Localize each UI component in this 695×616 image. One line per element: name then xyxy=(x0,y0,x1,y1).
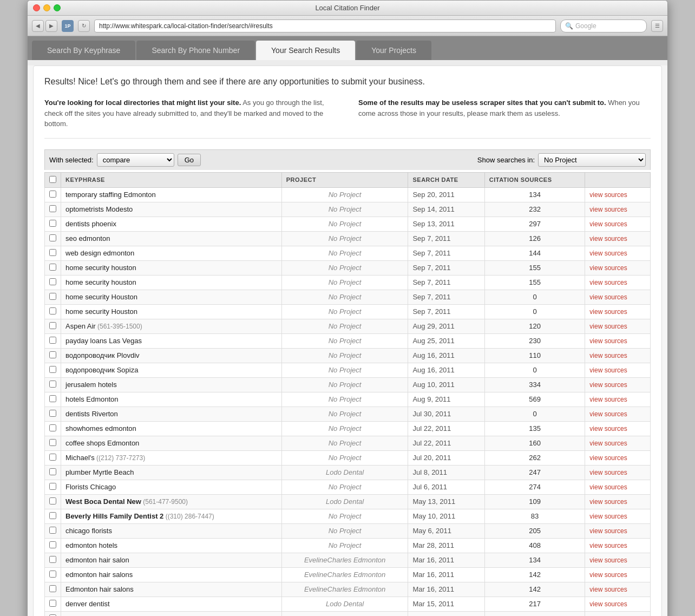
view-sources-link[interactable]: view sources xyxy=(589,264,627,272)
row-checkbox-cell xyxy=(45,582,61,597)
view-sources-link[interactable]: view sources xyxy=(589,293,627,301)
row-checkbox-cell xyxy=(45,480,61,494)
view-sources-link[interactable]: view sources xyxy=(589,513,627,520)
row-checkbox[interactable] xyxy=(49,205,56,212)
compare-select[interactable]: compare assign to project mark as useles… xyxy=(97,153,174,167)
row-checkbox[interactable] xyxy=(49,571,56,578)
view-sources-link[interactable]: view sources xyxy=(589,220,627,228)
project-filter-select[interactable]: No Project Lodo Dental EvelineCharles Ed… xyxy=(538,153,646,167)
table-row: edmonton hotelsNo ProjectMar 28, 2011408… xyxy=(45,538,651,553)
view-sources-link[interactable]: view sources xyxy=(589,527,627,535)
citation-count-cell: 110 xyxy=(484,348,585,363)
row-checkbox[interactable] xyxy=(49,322,56,329)
row-checkbox[interactable] xyxy=(49,337,56,344)
row-checkbox[interactable] xyxy=(49,307,56,314)
1password-button[interactable]: 1P xyxy=(62,20,74,32)
view-sources-link[interactable]: view sources xyxy=(589,498,627,506)
view-sources-link[interactable]: view sources xyxy=(589,323,627,330)
view-sources-link[interactable]: view sources xyxy=(589,425,627,432)
row-checkbox[interactable] xyxy=(49,278,56,285)
refresh-button[interactable]: ↻ xyxy=(78,20,90,32)
browser-search-bar[interactable]: 🔍 Google xyxy=(560,19,647,32)
address-bar[interactable]: http://www.whitespark.ca/local-citation-… xyxy=(94,19,556,32)
project-cell: EvelineCharles Edmonton xyxy=(281,567,408,582)
keyphrase-cell: payday loans Las Vegas xyxy=(61,333,282,348)
view-sources-link[interactable]: view sources xyxy=(589,337,627,345)
row-checkbox[interactable] xyxy=(49,483,56,490)
date-cell: Sep 7, 2011 xyxy=(408,290,484,304)
row-checkbox[interactable] xyxy=(49,351,56,358)
view-sources-link[interactable]: view sources xyxy=(589,366,627,374)
minimize-button[interactable] xyxy=(43,4,50,11)
row-checkbox-cell xyxy=(45,567,61,582)
row-checkbox[interactable] xyxy=(49,512,56,519)
traffic-lights xyxy=(33,4,61,11)
select-all-checkbox[interactable] xyxy=(49,176,56,183)
view-sources-link[interactable]: view sources xyxy=(589,440,627,447)
row-checkbox[interactable] xyxy=(49,454,56,461)
citation-count-cell: 217 xyxy=(484,597,585,611)
keyphrase-cell: edmonton hotels xyxy=(61,538,282,553)
view-sources-link[interactable]: view sources xyxy=(589,469,627,476)
view-sources-link[interactable]: view sources xyxy=(589,454,627,462)
view-sources-link[interactable]: view sources xyxy=(589,396,627,403)
view-sources-link[interactable]: view sources xyxy=(589,308,627,316)
forward-button[interactable]: ▶ xyxy=(45,20,57,32)
row-checkbox[interactable] xyxy=(49,424,56,431)
go-button[interactable]: Go xyxy=(178,154,201,166)
row-checkbox[interactable] xyxy=(49,264,56,271)
row-checkbox[interactable] xyxy=(49,234,56,241)
close-button[interactable] xyxy=(33,4,40,11)
row-checkbox[interactable] xyxy=(49,410,56,417)
view-sources-link[interactable]: view sources xyxy=(589,542,627,549)
view-sources-link[interactable]: view sources xyxy=(589,352,627,359)
row-checkbox[interactable] xyxy=(49,381,56,388)
table-row: edmonton hair salonEvelineCharles Edmont… xyxy=(45,553,651,567)
citation-count-cell: 0 xyxy=(484,363,585,377)
tab-projects[interactable]: Your Projects xyxy=(356,41,431,60)
row-checkbox[interactable] xyxy=(49,220,56,227)
view-sources-link[interactable]: view sources xyxy=(589,410,627,418)
table-row: seo edmontonNo ProjectSep 7, 2011126view… xyxy=(45,231,651,246)
project-cell: No Project xyxy=(281,538,408,553)
row-checkbox[interactable] xyxy=(49,585,56,592)
extensions-button[interactable]: ☰ xyxy=(651,20,663,32)
row-checkbox-cell xyxy=(45,436,61,450)
keyphrase-cell: web design edmonton xyxy=(61,246,282,260)
view-sources-link[interactable]: view sources xyxy=(589,600,627,608)
row-checkbox[interactable] xyxy=(49,541,56,548)
view-sources-link[interactable]: view sources xyxy=(589,556,627,564)
tab-search-phone[interactable]: Search By Phone Number xyxy=(136,41,255,60)
row-checkbox[interactable] xyxy=(49,527,56,534)
row-checkbox[interactable] xyxy=(49,395,56,402)
row-checkbox[interactable] xyxy=(49,191,56,198)
view-sources-link[interactable]: view sources xyxy=(589,235,627,243)
citation-count-cell: 142 xyxy=(484,582,585,597)
phone-number: ((310) 286-7447) xyxy=(163,513,214,520)
row-checkbox[interactable] xyxy=(49,556,56,563)
view-sources-link[interactable]: view sources xyxy=(589,381,627,389)
date-cell: May 13, 2011 xyxy=(408,494,484,509)
view-sources-link[interactable]: view sources xyxy=(589,279,627,286)
tab-search-results[interactable]: Your Search Results xyxy=(256,41,355,60)
row-checkbox[interactable] xyxy=(49,293,56,300)
view-sources-link[interactable]: view sources xyxy=(589,250,627,257)
back-button[interactable]: ◀ xyxy=(32,20,44,32)
view-sources-link[interactable]: view sources xyxy=(589,191,627,199)
tab-search-keyphrase[interactable]: Search By Keyphrase xyxy=(32,41,135,60)
row-checkbox[interactable] xyxy=(49,468,56,475)
row-checkbox[interactable] xyxy=(49,600,56,607)
row-checkbox[interactable] xyxy=(49,366,56,373)
row-checkbox[interactable] xyxy=(49,249,56,256)
row-checkbox[interactable] xyxy=(49,614,56,617)
view-sources-cell: view sources xyxy=(585,202,651,217)
row-checkbox[interactable] xyxy=(49,439,56,446)
row-checkbox[interactable] xyxy=(49,497,56,504)
view-sources-link[interactable]: view sources xyxy=(589,586,627,593)
navigation-tabs: Search By Keyphrase Search By Phone Numb… xyxy=(28,36,667,60)
view-sources-link[interactable]: view sources xyxy=(589,206,627,213)
view-sources-link[interactable]: view sources xyxy=(589,483,627,491)
maximize-button[interactable] xyxy=(54,4,61,11)
citation-count-cell: 134 xyxy=(484,187,585,202)
view-sources-link[interactable]: view sources xyxy=(589,571,627,579)
